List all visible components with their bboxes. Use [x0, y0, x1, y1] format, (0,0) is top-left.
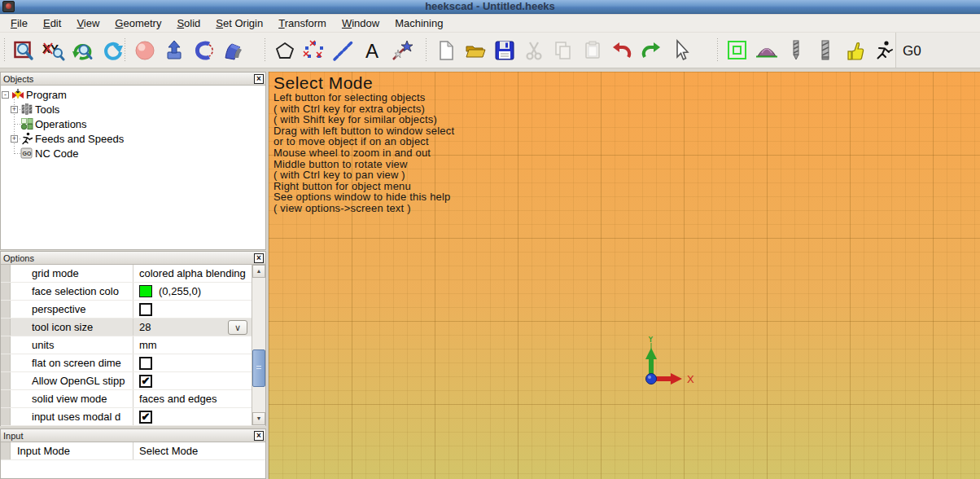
sphere-button[interactable]	[130, 36, 160, 65]
select-mode-button[interactable]	[666, 36, 695, 65]
tree-item-feeds-and-speeds[interactable]: + Feeds and Speeds	[11, 131, 124, 146]
save-file-button[interactable]	[490, 36, 519, 65]
redo-button[interactable]	[637, 36, 666, 65]
toolbar-grip[interactable]	[124, 38, 126, 63]
objects-panel-titlebar[interactable]: Objects ×	[1, 73, 265, 86]
tree-item-program[interactable]: - Program	[2, 87, 67, 102]
help-line: See options window to hide this help	[273, 191, 454, 203]
tree-item-tools[interactable]: + Tools	[11, 102, 59, 116]
scrollbar-track[interactable]	[252, 278, 265, 412]
checkbox[interactable]	[139, 303, 152, 316]
input-mode-value[interactable]: Select Mode	[133, 442, 265, 459]
menu-file[interactable]: File	[3, 15, 36, 31]
scrollbar-thumb[interactable]	[252, 349, 265, 387]
toolbar-grip[interactable]	[716, 38, 719, 63]
row-gutter	[1, 442, 11, 459]
option-row-face-selection-color: face selection colo (0,255,0)	[1, 283, 265, 301]
tool-button[interactable]	[840, 36, 869, 65]
option-value[interactable]: (0,255,0)	[133, 283, 265, 300]
paste-button[interactable]	[578, 36, 607, 65]
points-button[interactable]	[300, 36, 329, 65]
new-file-button[interactable]	[431, 36, 461, 65]
graphics-viewport[interactable]: Select Mode Left button for selecting ob…	[268, 72, 980, 479]
infinite-line-button[interactable]	[329, 36, 358, 65]
profile-operation-button[interactable]	[723, 36, 752, 65]
input-panel-titlebar[interactable]: Input ×	[1, 429, 265, 442]
toolbar-grip[interactable]	[264, 38, 266, 63]
svg-text:G0: G0	[903, 43, 921, 59]
rapid-g0-button[interactable]: G0	[899, 36, 928, 65]
menu-geometry[interactable]: Geometry	[107, 15, 169, 31]
options-panel-titlebar[interactable]: Options ×	[1, 252, 265, 265]
menu-set-origin[interactable]: Set Origin	[208, 15, 271, 31]
toolbar-group-geometry: A	[262, 34, 417, 67]
collapse-icon[interactable]: -	[2, 91, 9, 99]
row-gutter	[1, 390, 11, 407]
scroll-up-icon[interactable]: ▲	[252, 265, 265, 278]
operations-icon	[20, 117, 33, 130]
y-axis-label: Y	[647, 336, 654, 345]
toolbar-grip[interactable]	[425, 38, 427, 63]
checkbox[interactable]	[139, 357, 152, 370]
open-file-button[interactable]	[461, 36, 490, 65]
option-label: input uses modal d	[11, 408, 133, 425]
tree-item-operations[interactable]: Operations	[11, 116, 87, 131]
tree-item-nc-code[interactable]: GO NC Code	[11, 146, 78, 160]
toolbar-group-view: XY	[2, 34, 127, 67]
dropdown-arrow-icon[interactable]: ∨	[228, 320, 247, 335]
menu-machining[interactable]: Machining	[387, 15, 451, 31]
title-bar[interactable]: heekscad - Untitled.heeks	[0, 0, 980, 14]
checkbox-checked[interactable]: ✔	[139, 375, 152, 388]
option-value[interactable]: mm	[133, 336, 265, 354]
close-icon[interactable]: ×	[254, 253, 264, 263]
copy-button[interactable]	[549, 36, 578, 65]
drilling-operation-button[interactable]	[781, 36, 811, 65]
help-line: Drag with left button to window select	[273, 125, 454, 137]
close-icon[interactable]: ×	[254, 431, 264, 441]
close-icon[interactable]: ×	[254, 74, 264, 84]
expand-icon[interactable]: +	[11, 106, 18, 113]
sketch-button[interactable]	[270, 36, 300, 65]
scroll-down-icon[interactable]: ▼	[252, 412, 265, 425]
menu-edit[interactable]: Edit	[36, 15, 69, 31]
refresh-icon	[101, 39, 124, 62]
option-row-solid-view-mode: solid view mode faces and edges	[1, 390, 265, 408]
option-value-text: 28	[139, 321, 151, 333]
menu-transform[interactable]: Transform	[271, 15, 335, 31]
rotate-view-button[interactable]	[68, 36, 98, 65]
options-scrollbar[interactable]: ▲ ▼	[252, 265, 265, 425]
endmill-operation-button[interactable]	[811, 36, 840, 65]
option-value	[133, 354, 265, 371]
tree-item-label: NC Code	[35, 147, 78, 160]
row-gutter	[1, 265, 11, 282]
help-line: or to move object if on an object	[273, 136, 454, 147]
cut-button[interactable]	[519, 36, 549, 65]
pocket-operation-button[interactable]	[752, 36, 781, 65]
zoom-window-icon	[13, 39, 36, 62]
dimension-wand-button[interactable]	[387, 36, 417, 65]
option-value-text: colored alpha blending	[139, 267, 246, 279]
revolve-button[interactable]	[189, 36, 218, 65]
extrude-button[interactable]	[160, 36, 189, 65]
svg-text:GO: GO	[23, 151, 32, 156]
view-xy-magnify-button[interactable]: XY	[39, 36, 68, 65]
option-value[interactable]: faces and edges	[133, 390, 265, 407]
undo-button[interactable]	[607, 36, 637, 65]
text-tool-button[interactable]: A	[358, 36, 387, 65]
speeds-button[interactable]	[869, 36, 899, 65]
sweep-button[interactable]	[218, 36, 247, 65]
profile-icon	[726, 39, 749, 62]
expand-icon[interactable]: +	[11, 135, 18, 143]
zoom-window-button[interactable]	[10, 36, 39, 65]
color-swatch[interactable]	[139, 285, 152, 297]
menu-solid[interactable]: Solid	[169, 15, 208, 31]
viewport-help-text: Select Mode Left button for selecting ob…	[273, 73, 454, 214]
toolbar-grip[interactable]	[3, 38, 6, 63]
nc-code-icon: GO	[20, 147, 33, 160]
origin-ball	[646, 374, 657, 385]
checkbox-checked[interactable]: ✔	[139, 411, 152, 424]
menu-window[interactable]: Window	[335, 15, 387, 31]
option-value[interactable]: 28 ∨	[133, 319, 265, 336]
menu-view[interactable]: View	[69, 15, 107, 31]
option-value[interactable]: colored alpha blending	[133, 265, 265, 282]
